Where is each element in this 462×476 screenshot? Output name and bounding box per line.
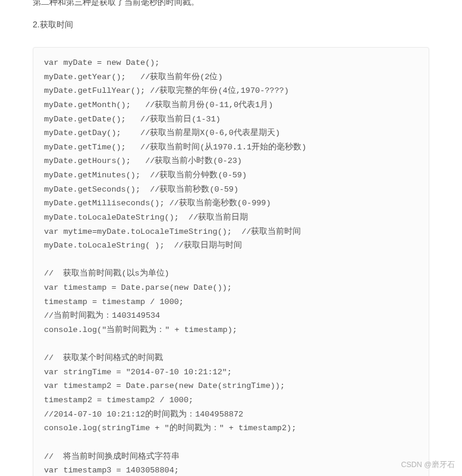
code-block[interactable]: var myDate = new Date(); myDate.getYear(… <box>33 47 429 476</box>
article-content: 第二种和第三种是获取了当前毫秒的时间戳。 2.获取时间 var myDate =… <box>0 0 462 476</box>
section-heading: 2.获取时间 <box>33 20 429 30</box>
top-paragraph: 第二种和第三种是获取了当前毫秒的时间戳。 <box>33 0 429 8</box>
